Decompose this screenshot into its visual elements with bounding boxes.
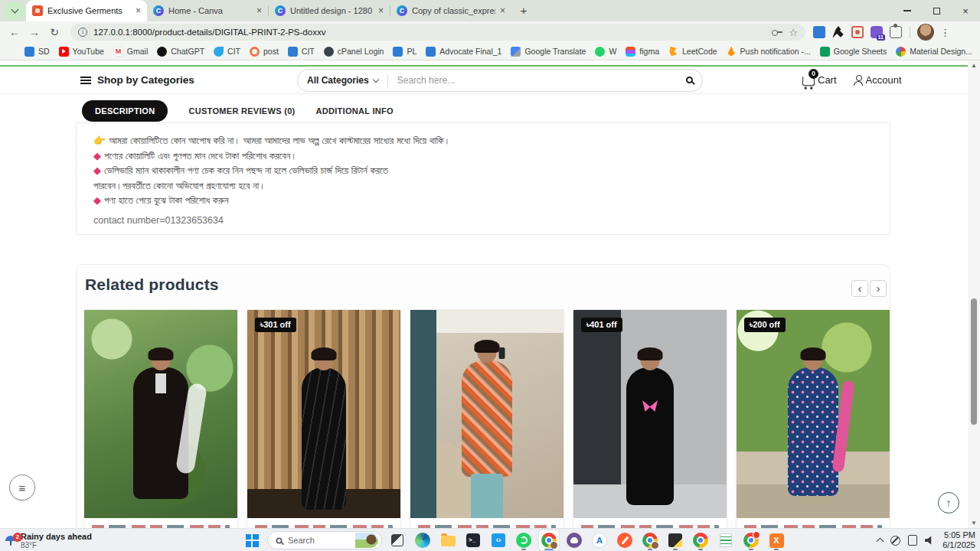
browser-tab-untitled-design[interactable]: Untitled design - 980 × 551px × [269, 0, 390, 21]
product-image[interactable] [410, 310, 564, 518]
extensions-puzzle-icon[interactable] [890, 26, 902, 38]
password-key-icon[interactable] [772, 29, 782, 35]
tab-manager-extension-icon[interactable]: 11 [871, 26, 883, 38]
do-not-disturb-icon[interactable] [890, 536, 900, 546]
scrollbar-thumb[interactable] [971, 298, 977, 425]
bookmark-advocate-final[interactable]: Advocate Final_1 [426, 47, 501, 57]
scrollbar-down-arrow[interactable]: ▼ [968, 520, 980, 527]
browser-tab-exclusive-germents[interactable]: Exclusive Germents × [26, 0, 147, 21]
chrome-profile3-button[interactable] [691, 530, 710, 550]
scroll-to-top-button[interactable]: ↑ [938, 492, 959, 514]
shop-by-categories-button[interactable]: Shop by Categories [80, 74, 194, 86]
bookmark-post[interactable]: post [250, 47, 279, 57]
bookmark-google-translate[interactable]: Google Translate [511, 47, 586, 57]
tab-title: Exclusive Germents [47, 6, 131, 15]
tray-chevron-up-icon[interactable] [877, 538, 884, 546]
tab-description[interactable]: DESCRIPTION [82, 100, 168, 122]
browser-tab-home-canva[interactable]: Home - Canva × [147, 0, 268, 21]
eyedropper-extension-icon[interactable] [832, 26, 844, 38]
bookmark-cit[interactable]: CIT [214, 47, 240, 57]
notes-app-button[interactable] [716, 530, 736, 550]
whatsapp-button[interactable] [514, 530, 534, 550]
bookmark-whatsapp[interactable]: W [595, 47, 616, 57]
a-app-button[interactable] [590, 530, 609, 550]
bookmark-google-sheets[interactable]: Google Sheets [820, 47, 887, 57]
bookmark-youtube[interactable]: YouTube [59, 47, 104, 57]
product-card[interactable] [410, 309, 564, 528]
tab-close-icon[interactable]: × [500, 6, 505, 15]
floating-menu-button[interactable]: ≡ [9, 474, 35, 500]
edge-button[interactable] [413, 530, 433, 550]
product-image[interactable]: ৳200 off [737, 310, 890, 518]
product-card[interactable] [83, 309, 238, 528]
bookmark-pl[interactable]: PL [393, 47, 416, 57]
tab-close-icon[interactable]: × [256, 6, 262, 15]
vscode-button[interactable] [488, 530, 508, 550]
tab-customer-reviews[interactable]: CUSTOMER REVIEWS (0) [188, 106, 295, 116]
terminal-button[interactable] [463, 530, 483, 550]
chrome-button-active[interactable] [539, 530, 559, 550]
cart-button[interactable]: 0 Cart [802, 74, 837, 86]
chrome-profile2-button[interactable] [640, 530, 660, 550]
tab-additional-info[interactable]: ADDITIONAL INFO [316, 106, 394, 116]
site-search-bar[interactable]: All Categories [297, 69, 703, 92]
xampp-button[interactable] [766, 530, 786, 550]
product-image[interactable] [84, 310, 237, 518]
search-input[interactable] [397, 75, 686, 86]
address-bar[interactable]: 127.0.0.1:8000/product-details/DIGITAL-P… [70, 24, 805, 41]
reload-button[interactable]: ↻ [44, 26, 64, 38]
profile-avatar[interactable] [917, 24, 934, 41]
carousel-prev-button[interactable]: ‹ [851, 280, 868, 297]
system-tray: 5:05 PM 6/1/2025 [877, 529, 975, 551]
bookmark-figma[interactable]: figma [626, 47, 659, 57]
window-minimize-button[interactable] [893, 0, 922, 21]
bookmark-material-design[interactable]: Material Design... [896, 47, 972, 57]
dark-app-button[interactable] [665, 530, 685, 550]
bookmark-chatgpt[interactable]: ChatGPT [157, 47, 204, 57]
screenshot-extension-icon[interactable] [851, 26, 864, 38]
all-categories-dropdown[interactable]: All Categories [307, 75, 378, 86]
browser-tab-classic-express[interactable]: Copy of classic_express - 1280 × [390, 0, 511, 21]
taskbar-search[interactable]: Search [267, 531, 382, 549]
scrollbar-up-arrow[interactable]: ▲ [968, 62, 980, 69]
window-close-button[interactable]: × [951, 0, 980, 21]
product-image[interactable]: ৳301 off [247, 310, 400, 518]
bookmark-gmail[interactable]: Gmail [113, 47, 148, 57]
weather-widget[interactable]: 2 Rainy days ahead 83°F [5, 530, 92, 550]
bookmark-cpanel-login[interactable]: cPanel Login [324, 47, 384, 57]
tab-close-icon[interactable]: × [136, 6, 141, 15]
chrome-notification-button[interactable] [741, 530, 761, 550]
back-button[interactable]: ← [5, 26, 24, 38]
product-card[interactable]: ৳401 off [573, 309, 727, 528]
start-button[interactable] [242, 530, 262, 550]
new-tab-button[interactable]: + [514, 2, 533, 20]
bookmark-star-icon[interactable]: ☆ [789, 28, 798, 37]
search-icon[interactable] [686, 77, 693, 83]
product-card[interactable]: ৳200 off [736, 309, 890, 528]
clock[interactable]: 5:05 PM 6/1/2025 [942, 530, 975, 550]
window-maximize-button[interactable] [922, 0, 951, 21]
product-card[interactable]: ৳301 off [247, 309, 401, 528]
url-text[interactable]: 127.0.0.1:8000/product-details/DIGITAL-P… [93, 28, 766, 37]
github-desktop-button[interactable] [564, 530, 584, 550]
device-icon[interactable] [908, 535, 917, 546]
chevron-down-icon [372, 76, 378, 82]
account-button[interactable]: Account [854, 74, 902, 86]
bookmark-push-notification[interactable]: Push notification -... [727, 47, 811, 57]
tab-search-button[interactable] [5, 2, 24, 19]
bookmark-leetcode[interactable]: LeetCode [668, 47, 717, 57]
reading-list-extension-icon[interactable] [813, 26, 825, 38]
bookmark-sd[interactable]: SD [24, 47, 50, 57]
speaker-icon[interactable] [925, 536, 935, 545]
page-scrollbar[interactable]: ▲ ▼ [968, 60, 980, 528]
product-image[interactable]: ৳401 off [573, 310, 727, 518]
pen-app-button[interactable] [615, 530, 635, 550]
file-explorer-button[interactable] [438, 530, 458, 550]
tab-close-icon[interactable]: × [378, 6, 384, 15]
bookmark-cit-2[interactable]: CIT [288, 47, 315, 57]
carousel-next-button[interactable]: › [870, 280, 887, 297]
forward-button[interactable]: → [24, 26, 44, 38]
task-view-button[interactable] [387, 530, 407, 550]
browser-menu-icon[interactable]: ⋮ [940, 27, 950, 38]
site-info-icon[interactable] [78, 28, 87, 37]
